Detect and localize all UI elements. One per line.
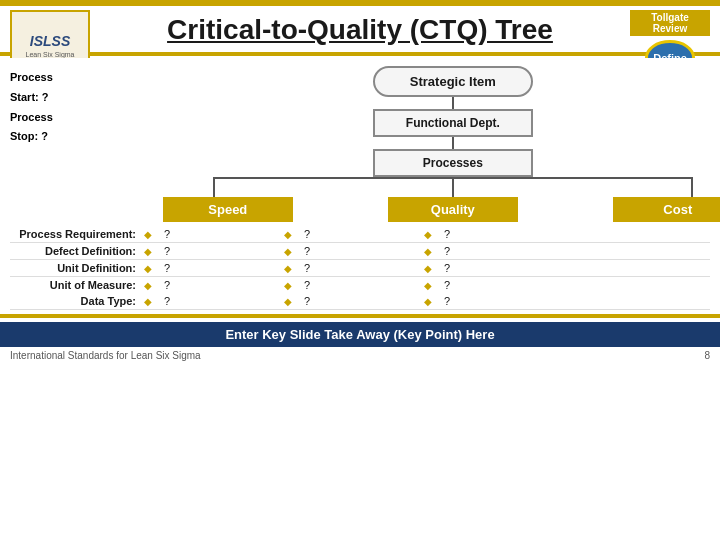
- logo-text: ISLSS Lean Six Sigma: [25, 33, 74, 58]
- process-labels: Process Start: ? Process Stop: ?: [10, 62, 53, 147]
- defect-def-quality: ?: [300, 243, 420, 260]
- cost-node: Cost: [613, 197, 720, 222]
- speed-node: Speed: [163, 197, 293, 222]
- tree-diagram: Strategic Item Functional Dept. Processe…: [163, 62, 720, 222]
- proc-req-quality: ?: [300, 226, 420, 243]
- diamond-icon-11: ◆: [284, 280, 292, 291]
- unit-meas-speed: ?: [160, 277, 280, 294]
- diamond-icon-14: ◆: [284, 296, 292, 307]
- footer: International Standards for Lean Six Sig…: [0, 347, 720, 364]
- branch-down-right: [691, 177, 693, 197]
- unit-meas-quality: ?: [300, 277, 420, 294]
- diamond-icon-15: ◆: [424, 296, 432, 307]
- branch-down-left: [213, 177, 215, 197]
- table-row: Process Requirement: ◆ ? ◆ ? ◆ ?: [10, 226, 710, 243]
- functional-dept-node: Functional Dept.: [373, 109, 533, 137]
- unit-def-speed: ?: [160, 260, 280, 277]
- table-row: Unit Definition: ◆ ? ◆ ? ◆ ?: [10, 260, 710, 277]
- connector-1: [452, 97, 454, 109]
- diamond-icon-10: ◆: [144, 280, 152, 291]
- diamond-icon-8: ◆: [284, 263, 292, 274]
- defect-def-cost: ?: [440, 243, 710, 260]
- bottom-banner: Enter Key Slide Take Away (Key Point) He…: [0, 322, 720, 347]
- diamond-icon-3: ◆: [424, 229, 432, 240]
- diamond-icon-1: ◆: [144, 229, 152, 240]
- unit-def-quality: ?: [300, 260, 420, 277]
- branch-line: [163, 177, 720, 197]
- diamond-icon-9: ◆: [424, 263, 432, 274]
- main-content: Process Start: ? Process Stop: ? Strateg…: [0, 58, 720, 312]
- data-type-speed: ?: [160, 293, 280, 310]
- diamond-icon-7: ◆: [144, 263, 152, 274]
- branch-down-mid: [452, 177, 454, 197]
- data-type-cost: ?: [440, 293, 710, 310]
- strategic-item-node: Strategic Item: [373, 66, 533, 97]
- data-table: Process Requirement: ◆ ? ◆ ? ◆ ? Defect …: [10, 226, 710, 310]
- diamond-icon-5: ◆: [284, 246, 292, 257]
- table-row: Unit of Measure: ◆ ? ◆ ? ◆ ?: [10, 277, 710, 294]
- connector-2: [452, 137, 454, 149]
- gold-divider-bottom: [0, 314, 720, 318]
- defect-def-speed: ?: [160, 243, 280, 260]
- processes-node: Processes: [373, 149, 533, 177]
- footer-right: 8: [704, 350, 710, 361]
- process-stop-label: Process Stop: ?: [10, 108, 53, 148]
- gold-divider-top: [0, 52, 720, 56]
- data-type-quality: ?: [300, 293, 420, 310]
- table-row: Defect Definition: ◆ ? ◆ ? ◆ ?: [10, 243, 710, 260]
- data-type-label: Data Type:: [10, 293, 140, 310]
- table-row: Data Type: ◆ ? ◆ ? ◆ ?: [10, 293, 710, 310]
- branch-nodes: Speed Quality Cost: [163, 197, 720, 222]
- process-start-label: Process Start: ?: [10, 68, 53, 108]
- unit-measure-label: Unit of Measure:: [10, 277, 140, 294]
- header: ISLSS Lean Six Sigma Critical-to-Quality…: [0, 6, 720, 50]
- defect-def-label: Defect Definition:: [10, 243, 140, 260]
- tollgate-label: Tollgate Review: [630, 10, 710, 36]
- diamond-icon-2: ◆: [284, 229, 292, 240]
- unit-def-cost: ?: [440, 260, 710, 277]
- unit-meas-cost: ?: [440, 277, 710, 294]
- proc-req-cost: ?: [440, 226, 710, 243]
- footer-left: International Standards for Lean Six Sig…: [10, 350, 201, 361]
- quality-node: Quality: [388, 197, 518, 222]
- title-area: Critical-to-Quality (CTQ) Tree: [167, 14, 553, 46]
- diamond-icon-6: ◆: [424, 246, 432, 257]
- main-title: Critical-to-Quality (CTQ) Tree: [167, 14, 553, 46]
- proc-req-speed: ?: [160, 226, 280, 243]
- process-req-label: Process Requirement:: [10, 226, 140, 243]
- unit-def-label: Unit Definition:: [10, 260, 140, 277]
- diamond-icon-4: ◆: [144, 246, 152, 257]
- diamond-icon-13: ◆: [144, 296, 152, 307]
- diamond-icon-12: ◆: [424, 280, 432, 291]
